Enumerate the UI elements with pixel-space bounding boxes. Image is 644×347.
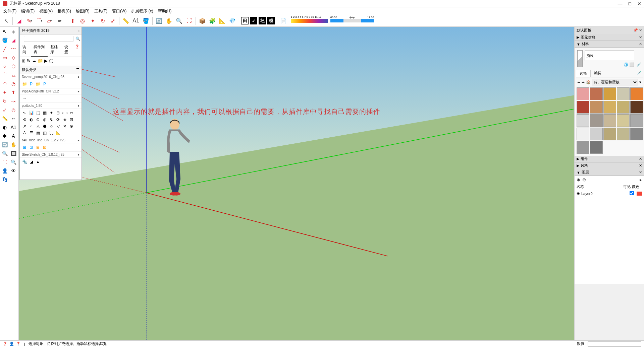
swatch[interactable] [603,114,616,127]
swatch[interactable] [590,114,603,127]
lt-walk[interactable]: 👣 [1,176,9,184]
layer-menu-icon[interactable]: ▸ [640,177,642,182]
shadow-date-slider[interactable]: 1 2 3 4 5 6 7 8 9 10 11 12 [291,19,328,23]
warehouse-button[interactable]: 📦 [198,16,207,25]
lt-move[interactable]: ✦ [1,88,9,96]
default-material-icon[interactable]: ⬜ [629,62,634,67]
tab-plugin-list[interactable]: 插件列表 [31,43,48,57]
shadow-toggle[interactable]: 📄 [279,16,288,25]
lt-arc[interactable]: ⌒ [1,71,9,79]
plugin-panel-title[interactable]: 坯子插件库 2019 ▫ [20,27,82,34]
lt-offset[interactable]: ◎ [9,106,17,114]
pan-tool[interactable]: ✋ [164,16,174,25]
offset-tool[interactable]: ◎ [78,16,87,25]
swatch[interactable] [577,128,589,140]
3d-viewport[interactable]: 这里显示的就是插件内容，我们可以根据自己的需要，从插件库中寻找自己需要的插件 [19,27,574,340]
lt-text[interactable]: A1 [9,123,17,131]
toolbar-box-4[interactable]: 模 [267,17,275,24]
lt-component[interactable]: ◈ [9,27,17,36]
swatch[interactable] [617,87,630,100]
lt-follow[interactable]: ↝ [9,97,17,105]
lt-tape[interactable]: 📏 [1,115,9,123]
lt-pushpull[interactable]: ⬆ [9,88,17,96]
swatch[interactable] [590,101,603,114]
components-header[interactable]: ▶ 组件✕ [575,156,644,162]
pi-play[interactable]: ▶ [44,58,48,64]
lt-position-camera[interactable]: 👤 [1,167,9,175]
lt-rect[interactable]: ▭ [1,54,9,62]
search-icon[interactable]: 🔍 [75,37,80,41]
lt-look-around[interactable]: 👁 [9,167,17,175]
toolbar-box-1[interactable]: 田 [241,17,249,24]
menu-extensions[interactable]: 扩展程序 (x) [129,8,155,15]
swatch[interactable] [577,114,589,127]
lt-axes[interactable]: ✱ [1,132,9,140]
select-tool[interactable]: ↖ [1,16,11,25]
zoom-tool[interactable]: 🔍 [174,16,184,25]
nav-back-icon[interactable]: ⬅ [577,80,580,84]
swatch[interactable] [630,101,643,114]
lt-freehand[interactable]: 〰 [9,45,17,53]
pi-folder[interactable]: 📁 [38,58,43,64]
add-layer-icon[interactable]: ⊕ [577,177,580,182]
rectangle-tool[interactable]: ▱▾ [45,16,54,25]
materials-header[interactable]: ▼ 材料✕ [575,41,644,48]
menu-help[interactable]: 帮助(H) [156,8,174,15]
lt-circle[interactable]: ○ [1,62,9,70]
orbit-tool[interactable]: 🔄 [154,16,164,25]
layer-visible-checkbox[interactable] [630,191,634,195]
swatch[interactable] [590,87,603,100]
layers-header[interactable]: ▼ 图层✕ [575,169,644,176]
layout-button[interactable]: 📐 [218,16,227,25]
lt-2pt-arc[interactable]: ⌓ [9,71,17,79]
extension-button[interactable]: 🧩 [208,16,217,25]
lt-section[interactable] [9,176,17,184]
rotate-tool[interactable]: ↻ [98,16,107,25]
lt-3dtext[interactable]: A [9,132,17,140]
circle-tool[interactable]: ●▾ [55,16,64,25]
swatch[interactable] [577,141,589,154]
swatch[interactable] [617,101,630,114]
lt-pan[interactable]: ✋ [9,141,17,149]
plugin-item-3[interactable]: s4u_hide_line_CN_1.2.2_r25● [20,137,82,143]
eyedropper-icon[interactable]: 💉 [636,62,641,67]
menu-file[interactable]: 文件(F) [1,8,18,15]
plugin-item-0[interactable]: Dezmo_pompi2016_CN_r25● [20,74,82,80]
plugin-section-header[interactable]: 默认分类 ☰ [20,66,82,74]
swatch[interactable] [630,128,643,140]
swatch[interactable] [630,87,643,100]
swatch[interactable] [577,87,589,100]
swatch[interactable] [630,114,643,127]
panel-close-icon[interactable]: ▫ [78,29,79,33]
layer-row[interactable]: ◉ Layer0 [575,190,644,197]
styles-header[interactable]: ▶ 风格✕ [575,162,644,169]
remove-layer-icon[interactable]: ⊖ [582,177,586,182]
lt-zoom-extents[interactable]: ⛶ [1,158,9,166]
section-menu-icon[interactable]: ☰ [76,68,79,72]
lt-orbit[interactable]: 🔄 [1,141,9,149]
lt-select[interactable]: ↖ [1,27,9,36]
menu-tools[interactable]: 工具(T) [92,8,109,15]
lt-scale[interactable]: ⤢ [1,106,9,114]
tab-visit[interactable]: 访问 [20,43,31,57]
lt-rotated-rect[interactable]: ◇ [9,54,17,62]
lt-polygon[interactable]: ⬡ [9,62,17,70]
lt-paint[interactable]: 🪣 [1,36,9,44]
plugin-item-4[interactable]: SteelSketch_CN_1.0.12_r25● [20,152,82,158]
minimize-button[interactable]: — [618,1,623,6]
sb-person-icon[interactable]: 👤 [9,342,14,346]
plugin-search-input[interactable] [24,36,73,42]
nav-fwd-icon[interactable]: ➡ [582,80,585,84]
zoom-extents-tool[interactable]: ⛶ [184,16,194,25]
value-input[interactable] [588,341,641,347]
paint-tool[interactable]: 🪣 [141,16,151,25]
menu-edit[interactable]: 编辑(E) [19,8,37,15]
help-icon[interactable]: ❓ [73,43,82,57]
swatch[interactable] [603,128,616,140]
ruby-button[interactable]: 💎 [228,16,237,25]
pi-sort[interactable]: ⊞ [22,58,25,64]
material-category-select[interactable]: 砖、覆层和壁板 [592,79,638,85]
move-tool[interactable]: ✦ [88,16,97,25]
eraser-tool[interactable]: ◢ [14,16,24,25]
right-panel-header[interactable]: 默认面板 📌 ✕ [575,27,644,34]
